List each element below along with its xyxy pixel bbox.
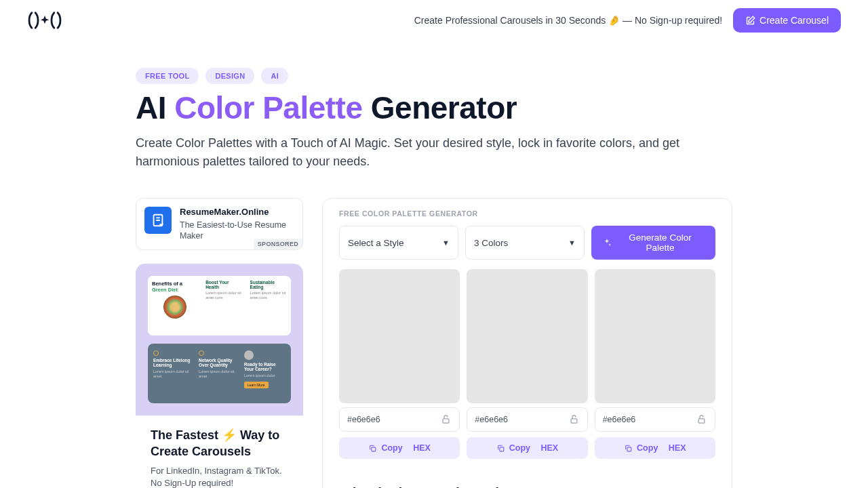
- promo-image-1: Benefits of aGreen Diet Boost Your Healt…: [148, 276, 291, 336]
- create-carousel-button[interactable]: Create Carousel: [733, 8, 841, 33]
- copy-hex-button[interactable]: Copy HEX: [595, 437, 715, 459]
- swatch-column: #e6e6e6 Copy HEX: [595, 269, 715, 459]
- color-swatch[interactable]: [467, 269, 587, 403]
- sparkle-icon: [602, 238, 612, 247]
- panel-label: FREE COLOR PALETTE GENERATOR: [339, 199, 715, 226]
- logo[interactable]: [27, 10, 62, 30]
- chevron-down-icon: ▼: [568, 239, 576, 247]
- copy-hex-button[interactable]: Copy HEX: [467, 437, 587, 459]
- create-carousel-label: Create Carousel: [760, 15, 829, 26]
- header-promo-text: Create Professional Carousels in 30 Seco…: [414, 15, 722, 26]
- hex-row: #e6e6e6: [595, 407, 715, 432]
- lock-icon[interactable]: [696, 414, 707, 425]
- hex-row: #e6e6e6: [339, 407, 460, 432]
- tag-ai: AI: [261, 68, 288, 84]
- swatch-column: #e6e6e6 Copy HEX: [339, 269, 460, 459]
- ad-title: ResumeMaker.Online: [180, 207, 294, 218]
- hex-row: #e6e6e6: [467, 407, 587, 432]
- sponsored-ad[interactable]: ResumeMaker.Online The Easiest-to-Use Re…: [136, 198, 303, 250]
- tag-design: DESIGN: [205, 68, 254, 84]
- section-title: What is the AI Color Palette Generator?: [339, 485, 715, 488]
- ad-icon: [144, 207, 172, 234]
- chevron-down-icon: ▼: [442, 239, 450, 247]
- page-title: AI Color Palette Generator: [136, 89, 732, 126]
- style-select-value: Select a Style: [348, 238, 404, 248]
- svg-rect-4: [500, 447, 504, 451]
- hex-value: #e6e6e6: [603, 415, 696, 424]
- copy-icon: [368, 444, 377, 453]
- tag-list: FREE TOOL DESIGN AI: [136, 68, 732, 84]
- page-subtitle: Create Color Palettes with a Touch of AI…: [136, 134, 732, 171]
- svg-rect-2: [372, 447, 376, 451]
- promo-title: The Fastest ⚡ Way to Create Carousels: [151, 428, 288, 460]
- sponsored-badge: SPONSORED: [254, 239, 302, 249]
- svg-rect-5: [698, 419, 705, 423]
- generator-panel: FREE COLOR PALETTE GENERATOR Select a St…: [322, 198, 732, 488]
- swatch-column: #e6e6e6 Copy HEX: [467, 269, 587, 459]
- hex-value: #e6e6e6: [347, 415, 441, 424]
- copy-icon: [624, 444, 633, 453]
- copy-icon: [496, 444, 505, 453]
- generate-button[interactable]: Generate Color Palette: [591, 226, 715, 260]
- color-count-value: 3 Colors: [474, 238, 508, 248]
- promo-card[interactable]: Benefits of aGreen Diet Boost Your Healt…: [136, 264, 303, 488]
- svg-rect-6: [627, 447, 631, 451]
- color-swatch[interactable]: [339, 269, 460, 403]
- hex-value: #e6e6e6: [475, 415, 568, 424]
- promo-image-2: Embrace Lifelong LearningLorem ipsum dol…: [148, 344, 291, 403]
- svg-rect-1: [443, 419, 449, 423]
- promo-description: For LinkedIn, Instagram & TikTok. No Sig…: [151, 465, 288, 488]
- color-count-select[interactable]: 3 Colors ▼: [465, 226, 585, 260]
- svg-rect-3: [571, 419, 577, 423]
- generate-label: Generate Color Palette: [616, 232, 705, 253]
- color-swatch[interactable]: [595, 269, 715, 403]
- tag-free-tool: FREE TOOL: [136, 68, 199, 84]
- lock-icon[interactable]: [441, 414, 452, 425]
- copy-hex-button[interactable]: Copy HEX: [339, 437, 460, 459]
- edit-icon: [745, 16, 755, 26]
- lock-icon[interactable]: [569, 414, 580, 425]
- style-select[interactable]: Select a Style ▼: [339, 226, 458, 260]
